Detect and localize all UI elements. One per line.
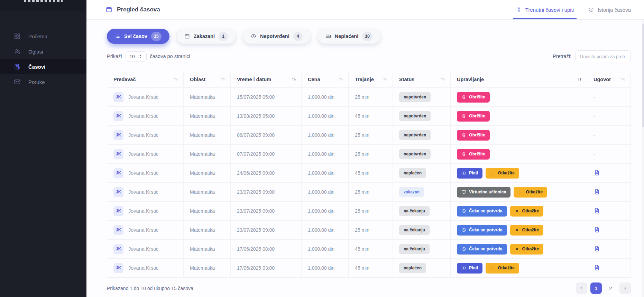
status-badge: nepotvrden	[399, 149, 431, 159]
column-header-status[interactable]: Status	[393, 71, 451, 88]
obri-ite-button[interactable]: Obrišite	[457, 111, 490, 122]
column-header-upravljanje[interactable]: Upravljanje	[451, 71, 587, 88]
status-badge: neplaćen	[399, 263, 426, 273]
status-badge: nepotvrden	[399, 130, 431, 140]
filter-nepotvr-eni[interactable]: Nepotvrđeni4	[243, 29, 311, 44]
column-label: Upravljanje	[457, 77, 484, 82]
eka-se-potvrda-button[interactable]: Čeka se potvrda	[457, 206, 507, 217]
table-row: JKJovana KrsticMatematika17/06/2025 08:0…	[107, 240, 631, 259]
eka-se-potvrda-button[interactable]: Čeka se potvrda	[457, 225, 507, 236]
duration-cell: 25 min	[349, 145, 393, 164]
cash-icon	[461, 171, 466, 175]
plati-button[interactable]: Plati	[457, 168, 482, 179]
list-controls: Prikaži 10 časova po stranici Pretraži:	[107, 50, 631, 62]
actions-cell: PlatiOtkažite	[451, 259, 587, 278]
sidebar-item-label: Početna	[28, 33, 47, 39]
pagination-page-2[interactable]: 2	[605, 282, 616, 294]
scrollbar-thumb[interactable]	[642, 23, 644, 127]
x-icon	[515, 228, 519, 232]
scrollbar-track[interactable]	[642, 20, 644, 297]
teacher-name: Jovana Krstic	[128, 151, 158, 157]
tab-istorija-asova[interactable]: Istorija časova	[588, 0, 631, 19]
button-label: Čeka se potvrda	[469, 209, 503, 213]
button-label: Obrišite	[469, 133, 485, 137]
contract-cell: -	[587, 126, 631, 145]
column-header-ugovor[interactable]: Ugovor	[587, 71, 631, 88]
button-label: Otkažite	[498, 266, 515, 270]
otka-ite-button[interactable]: Otkažite	[486, 168, 519, 179]
status-badge: na čekanju	[399, 206, 430, 216]
contract-cell	[587, 221, 631, 240]
sidebar-item-po-etna[interactable]: Početna	[0, 29, 86, 44]
column-header-vreme-i-datum[interactable]: Vreme i datum	[231, 71, 302, 88]
teacher-cell: JKJovana Krstic	[107, 145, 184, 164]
otka-ite-button[interactable]: Otkažite	[514, 187, 547, 198]
contract-document-icon[interactable]	[594, 245, 600, 252]
filter-nepla-eni[interactable]: Neplaćeni10	[318, 29, 380, 44]
sidebar-item-asovi[interactable]: Časovi	[0, 59, 86, 74]
contract-document-icon[interactable]	[594, 169, 600, 176]
sort-icon	[173, 77, 178, 82]
sidebar-item-oglasi[interactable]: Oglasi	[0, 44, 86, 59]
table-row: JKJovana KrsticMatematika08/07/2025 09:0…	[107, 126, 631, 145]
tab-trenutni-asovi-i-upiti[interactable]: Trenutni časovi i upiti	[516, 0, 574, 19]
column-label: Predavač	[113, 77, 136, 82]
column-header-oblast[interactable]: Oblast	[184, 71, 231, 88]
column-header-cena[interactable]: Cena	[302, 71, 349, 88]
contract-document-icon[interactable]	[594, 226, 600, 233]
column-label: Trajanje	[355, 77, 374, 82]
document-icon	[594, 169, 600, 176]
table-header-row: PredavačOblastVreme i datumCenaTrajanjeS…	[107, 71, 631, 88]
subject-cell: Matematika	[184, 221, 231, 240]
column-header-predava[interactable]: Predavač	[107, 71, 184, 88]
teacher-name: Jovana Krstic	[128, 170, 158, 176]
otka-ite-button[interactable]: Otkažite	[486, 263, 519, 274]
topbar: Pregled časova Trenutni časovi i upitiIs…	[86, 0, 644, 20]
datetime-cell: 13/08/2025 05:00	[231, 107, 302, 126]
duration-cell: 45 min	[349, 240, 393, 259]
page-title: Pregled časova	[105, 6, 160, 13]
filter-svi-asov[interactable]: Svi časov15	[107, 29, 169, 44]
duration-cell: 25 min	[349, 202, 393, 221]
chevron-left-icon	[579, 286, 584, 291]
status-badge: na čekanju	[399, 244, 430, 254]
status-badge: nepotvrden	[399, 92, 431, 102]
price-cell: 1,000.00 din	[302, 145, 349, 164]
obri-ite-button[interactable]: Obrišite	[457, 92, 490, 103]
otka-ite-button[interactable]: Otkažite	[510, 244, 544, 255]
column-header-trajanje[interactable]: Trajanje	[349, 71, 393, 88]
sidebar-item-poruke[interactable]: Poruke	[0, 74, 86, 89]
pagination-page-1[interactable]: 1	[590, 282, 602, 294]
contract-document-icon[interactable]	[594, 207, 600, 214]
sort-icon	[383, 77, 388, 82]
contract-document-icon[interactable]	[594, 264, 600, 271]
page-size-select[interactable]: 10	[126, 51, 147, 61]
plati-button[interactable]: Plati	[457, 263, 482, 274]
table-row: JKJovana KrsticMatematika23/07/2025 09:0…	[107, 183, 631, 202]
column-label: Vreme i datum	[237, 77, 271, 82]
eka-se-potvrda-button[interactable]: Čeka se potvrda	[457, 244, 507, 255]
pagination-prev-button[interactable]	[576, 282, 587, 294]
filter-zakazani[interactable]: Zakazani1	[176, 29, 236, 44]
otka-ite-button[interactable]: Otkažite	[510, 206, 544, 217]
pagination-next-button[interactable]	[619, 282, 631, 294]
obri-ite-button[interactable]: Obrišite	[457, 130, 490, 141]
sidebar: PočetnaOglasiČasoviPoruke	[0, 0, 86, 297]
teacher-cell: JKJovana Krstic	[107, 183, 184, 202]
price-cell: 1,000.00 din	[302, 202, 349, 221]
price-cell: 1,000.00 din	[302, 259, 349, 278]
subject-cell: Matematika	[184, 183, 231, 202]
subject-cell: Matematika	[184, 259, 231, 278]
search-input[interactable]	[576, 50, 631, 62]
trash-icon	[461, 133, 466, 137]
topbar-tabs: Trenutni časovi i upitiIstorija časova	[516, 0, 631, 19]
obri-ite-button[interactable]: Obrišite	[457, 149, 490, 160]
app-window: PočetnaOglasiČasoviPoruke Pregled časova…	[0, 0, 644, 297]
contract-cell: -	[587, 88, 631, 107]
price-cell: 1,000.00 din	[302, 221, 349, 240]
otka-ite-button[interactable]: Otkažite	[510, 225, 544, 236]
contract-cell	[587, 240, 631, 259]
virtuelna-u-ionica-button[interactable]: Virtuelna učionica	[457, 187, 510, 198]
contract-document-icon[interactable]	[594, 188, 600, 195]
page-size-prefix: Prikaži	[107, 54, 122, 59]
